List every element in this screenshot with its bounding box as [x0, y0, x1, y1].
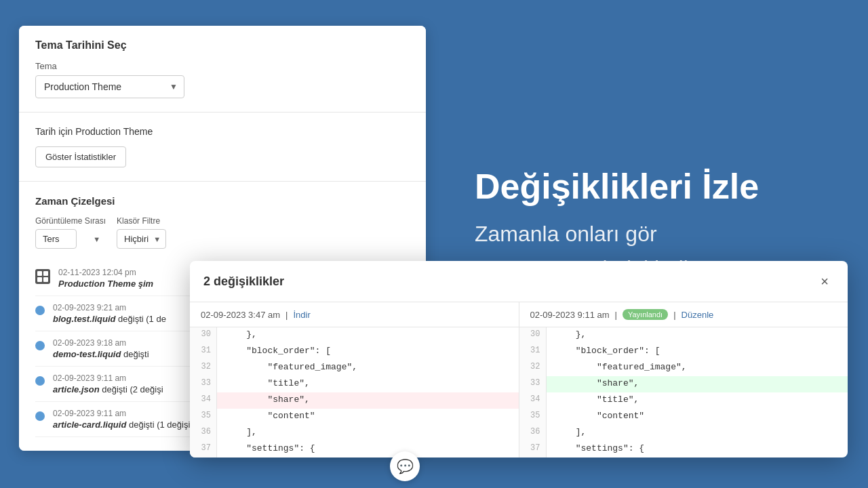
- line-content: "title",: [217, 376, 519, 392]
- separator2: |: [673, 310, 675, 320]
- diff-line: 31 "block_order": [: [519, 344, 848, 360]
- diff-line: 32 "featured_image",: [190, 360, 519, 376]
- line-content: "settings": {: [217, 441, 519, 458]
- line-content: "block_order": [: [547, 344, 848, 360]
- grid-icon: [35, 269, 50, 284]
- diff-left-side: 30 },31 "block_order": [32 "featured_ima…: [190, 327, 519, 458]
- bg-line1: Zamanla onları gör: [475, 217, 827, 251]
- diff-line: 32 "featured_image",: [519, 360, 848, 376]
- show-stats-button[interactable]: Göster İstatistikler: [35, 146, 126, 167]
- line-content: "content": [217, 409, 519, 425]
- line-number: 33: [190, 376, 217, 392]
- line-number: 37: [190, 441, 217, 458]
- sort-chevron-icon: ▼: [93, 235, 100, 243]
- line-number: 30: [190, 327, 217, 344]
- filter-row: Görüntüleme Sırası Ters ▼ Klasör Filtre …: [35, 216, 410, 249]
- folder-label: Klasör Filtre: [117, 216, 166, 226]
- diff-line: 34 "title",: [519, 392, 848, 409]
- separator: |: [615, 310, 617, 320]
- close-button[interactable]: ×: [815, 272, 834, 291]
- line-number: 34: [519, 392, 547, 409]
- diff-right-header: 02-09-2023 9:11 am | Yayınlandı | Düzenl…: [519, 302, 848, 327]
- bg-heading: Değişiklikleri İzle: [475, 167, 827, 206]
- sort-label: Görüntüleme Sırası: [35, 216, 106, 226]
- modal-title: 2 değişiklikler: [203, 274, 284, 289]
- diff-line: 33 "share",: [519, 376, 848, 392]
- theme-select[interactable]: Production Theme: [35, 75, 184, 98]
- diff-line: 35 "content": [519, 409, 848, 425]
- timeline-dot-icon: [35, 411, 45, 421]
- diff-line: 35 "content": [190, 409, 519, 425]
- sort-select[interactable]: Ters: [35, 229, 77, 249]
- diff-line: 34 "share",: [190, 392, 519, 409]
- chat-button[interactable]: 💬: [390, 451, 420, 481]
- line-number: 35: [519, 409, 547, 425]
- diff-right-side: 30 },31 "block_order": [32 "featured_ima…: [519, 327, 848, 458]
- line-number: 32: [190, 360, 217, 376]
- line-content: "featured_image",: [217, 360, 519, 376]
- line-content: ],: [547, 425, 848, 441]
- line-content: "share",: [547, 376, 848, 392]
- history-title: Tarih için Production Theme: [35, 126, 410, 137]
- line-number: 35: [190, 409, 217, 425]
- diff-line: 31 "block_order": [: [190, 344, 519, 360]
- line-number: 37: [519, 441, 547, 458]
- timeline-dot-icon: [35, 376, 45, 386]
- diff-modal: 2 değişiklikler × 02-09-2023 3:47 am | İ…: [190, 261, 848, 458]
- line-content: "content": [547, 409, 848, 425]
- diff-line: 30 },: [519, 327, 848, 344]
- folder-filter-group: Klasör Filtre Hiçbiri ▼: [117, 216, 166, 249]
- line-content: "settings": {: [547, 441, 848, 458]
- line-number: 33: [519, 376, 547, 392]
- line-number: 31: [190, 344, 217, 360]
- line-content: },: [547, 327, 848, 344]
- timeline-dot-icon: [35, 341, 45, 350]
- timeline-dot-icon: [35, 306, 45, 315]
- diff-line: 36 ],: [190, 425, 519, 441]
- diff-line: 33 "title",: [190, 376, 519, 392]
- line-content: "block_order": [: [217, 344, 519, 360]
- download-link[interactable]: İndir: [293, 310, 310, 320]
- left-date: 02-09-2023 3:47 am: [201, 310, 280, 320]
- line-number: 31: [519, 344, 547, 360]
- panel-title: Tema Tarihini Seç: [35, 39, 410, 52]
- theme-select-section: Tema Tarihini Seç Tema Production Theme …: [19, 26, 426, 113]
- sort-filter-group: Görüntüleme Sırası Ters ▼: [35, 216, 106, 249]
- line-number: 34: [190, 392, 217, 409]
- diff-line: 37 "settings": {: [190, 441, 519, 458]
- theme-label: Tema: [35, 61, 410, 71]
- line-number: 30: [519, 327, 547, 344]
- diff-header-row: 02-09-2023 3:47 am | İndir 02-09-2023 9:…: [190, 302, 848, 327]
- right-date: 02-09-2023 9:11 am: [530, 310, 610, 320]
- diff-line: 30 },: [190, 327, 519, 344]
- modal-header: 2 değişiklikler ×: [190, 261, 848, 302]
- published-badge: Yayınlandı: [623, 309, 668, 320]
- theme-select-wrapper[interactable]: Production Theme ▼: [35, 75, 184, 98]
- diff-container: 30 },31 "block_order": [32 "featured_ima…: [190, 327, 848, 458]
- timeline-header: Zaman Çizelgesi: [35, 195, 410, 207]
- separator: |: [285, 310, 288, 320]
- line-content: },: [217, 327, 519, 344]
- folder-select[interactable]: Hiçbiri: [117, 229, 166, 249]
- line-content: ],: [217, 425, 519, 441]
- diff-line: 36 ],: [519, 425, 848, 441]
- line-content: "featured_image",: [547, 360, 848, 376]
- stats-section: Tarih için Production Theme Göster İstat…: [19, 113, 426, 182]
- edit-link[interactable]: Düzenle: [682, 310, 714, 320]
- line-number: 32: [519, 360, 547, 376]
- line-number: 36: [519, 425, 547, 441]
- line-content: "title",: [547, 392, 848, 409]
- line-content: "share",: [217, 392, 519, 409]
- diff-left-header: 02-09-2023 3:47 am | İndir: [190, 302, 519, 327]
- diff-line: 37 "settings": {: [519, 441, 848, 458]
- line-number: 36: [190, 425, 217, 441]
